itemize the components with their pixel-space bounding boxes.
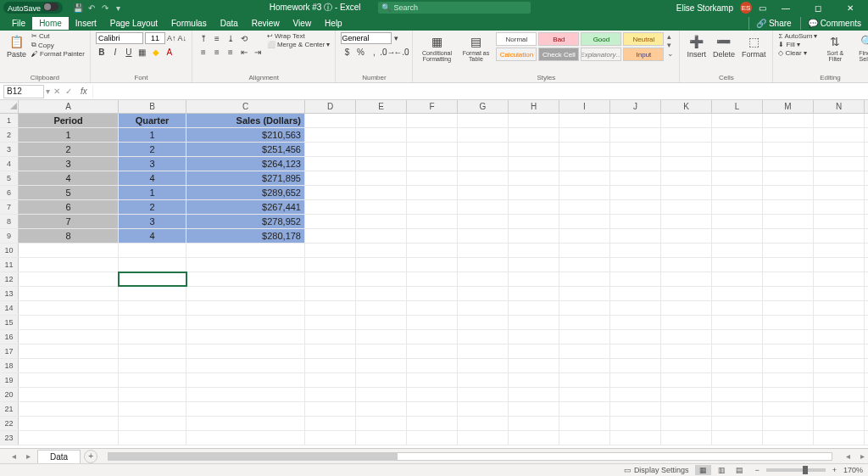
paste-button[interactable]: 📋Paste: [5, 32, 28, 60]
cell[interactable]: [186, 316, 305, 329]
cell[interactable]: [559, 200, 610, 214]
cell[interactable]: [407, 301, 458, 315]
cell[interactable]: [186, 272, 305, 286]
cell[interactable]: [458, 359, 509, 372]
tab-file[interactable]: File: [5, 17, 32, 30]
cell[interactable]: [712, 229, 763, 243]
cell[interactable]: [661, 215, 712, 228]
cell[interactable]: [19, 417, 119, 430]
cell[interactable]: [407, 359, 458, 372]
cell[interactable]: [458, 402, 509, 416]
redo-icon[interactable]: ↷: [100, 3, 110, 13]
cell[interactable]: [458, 316, 509, 329]
cell[interactable]: [610, 287, 661, 300]
cell[interactable]: [559, 388, 610, 401]
cell[interactable]: [661, 373, 712, 387]
cell[interactable]: [559, 272, 610, 286]
cell[interactable]: [119, 402, 186, 416]
style-bad[interactable]: Bad: [538, 32, 579, 46]
cell[interactable]: [305, 128, 356, 142]
cell[interactable]: [186, 388, 305, 401]
cell[interactable]: [712, 316, 763, 329]
cell[interactable]: [559, 258, 610, 272]
cell[interactable]: [610, 344, 661, 358]
cell[interactable]: [814, 330, 865, 344]
cell[interactable]: [712, 287, 763, 300]
cell[interactable]: [186, 373, 305, 387]
row-header[interactable]: 11: [0, 258, 19, 272]
column-header[interactable]: I: [559, 100, 610, 113]
orientation-icon[interactable]: ⟲: [238, 32, 250, 44]
cell[interactable]: [186, 431, 305, 445]
cell[interactable]: [559, 128, 610, 142]
cell[interactable]: [661, 316, 712, 329]
cell[interactable]: [661, 244, 712, 257]
currency-icon[interactable]: $: [341, 46, 353, 58]
zoom-out-icon[interactable]: −: [754, 466, 759, 474]
comments-button[interactable]: 💬 Comments: [800, 17, 868, 30]
cell[interactable]: [610, 316, 661, 329]
cell[interactable]: [610, 215, 661, 228]
copy-button[interactable]: ⧉ Copy: [31, 41, 85, 49]
comma-icon[interactable]: ,: [368, 46, 380, 58]
formula-input[interactable]: [92, 85, 868, 98]
cell[interactable]: [559, 157, 610, 171]
cell[interactable]: [814, 244, 865, 257]
cell[interactable]: [458, 200, 509, 214]
display-settings-button[interactable]: ▭ Display Settings: [624, 466, 688, 474]
cell[interactable]: [661, 287, 712, 300]
cell[interactable]: [305, 330, 356, 344]
cell[interactable]: [763, 301, 814, 315]
cell[interactable]: [763, 344, 814, 358]
cell[interactable]: 5: [19, 186, 119, 199]
cell[interactable]: [763, 244, 814, 257]
cell[interactable]: [814, 200, 865, 214]
cell[interactable]: [814, 186, 865, 199]
cell[interactable]: [305, 186, 356, 199]
cell[interactable]: [712, 143, 763, 156]
cell[interactable]: [458, 388, 509, 401]
cell[interactable]: [186, 301, 305, 315]
cell[interactable]: [19, 402, 119, 416]
cell[interactable]: [407, 200, 458, 214]
cell[interactable]: [458, 301, 509, 315]
maximize-icon[interactable]: ◻: [805, 3, 831, 13]
cell[interactable]: [610, 128, 661, 142]
autosave-toggle[interactable]: AutoSave: [3, 2, 63, 14]
cell[interactable]: [458, 272, 509, 286]
cell[interactable]: [763, 316, 814, 329]
cell[interactable]: [763, 157, 814, 171]
cell[interactable]: [186, 330, 305, 344]
cell[interactable]: [712, 359, 763, 372]
cell[interactable]: [763, 215, 814, 228]
name-box[interactable]: B12: [3, 85, 44, 98]
horizontal-scrollbar[interactable]: [108, 452, 832, 461]
cell[interactable]: [559, 402, 610, 416]
cell[interactable]: [712, 402, 763, 416]
cell[interactable]: [509, 287, 559, 300]
cell[interactable]: [186, 287, 305, 300]
cell[interactable]: [712, 301, 763, 315]
cell[interactable]: [610, 301, 661, 315]
cell[interactable]: [356, 200, 407, 214]
cell[interactable]: [763, 402, 814, 416]
cell[interactable]: $271,895: [186, 171, 305, 185]
cell[interactable]: [407, 171, 458, 185]
cell[interactable]: [356, 244, 407, 257]
zoom-slider[interactable]: [766, 468, 826, 472]
cell[interactable]: [814, 258, 865, 272]
cell[interactable]: [356, 417, 407, 430]
cell[interactable]: [305, 431, 356, 445]
cell[interactable]: [305, 301, 356, 315]
cell[interactable]: [356, 431, 407, 445]
align-center-icon[interactable]: ≡: [211, 46, 223, 58]
cell[interactable]: [407, 373, 458, 387]
row-header[interactable]: 16: [0, 330, 19, 344]
cell[interactable]: [305, 359, 356, 372]
cell[interactable]: [356, 114, 407, 127]
cell[interactable]: [814, 301, 865, 315]
cell[interactable]: [356, 287, 407, 300]
cell[interactable]: [119, 272, 186, 286]
cell[interactable]: [763, 388, 814, 401]
cell[interactable]: 8: [19, 229, 119, 243]
